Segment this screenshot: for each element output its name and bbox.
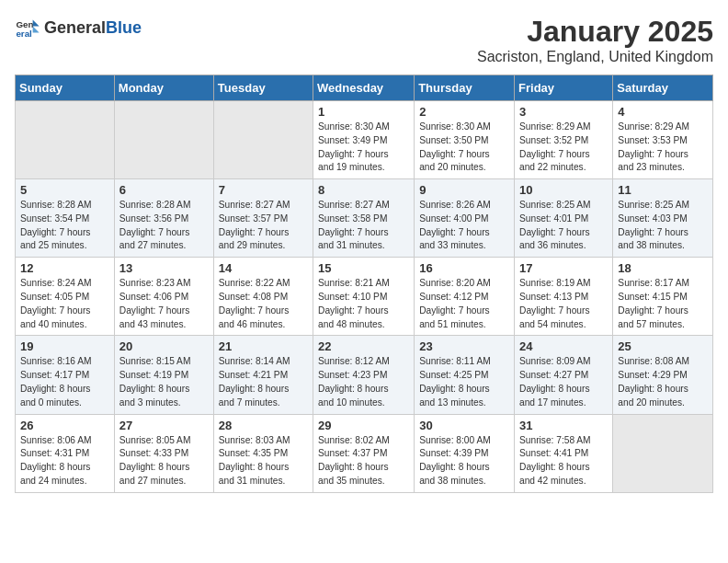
calendar-cell: 21Sunrise: 8:14 AMSunset: 4:21 PMDayligh… — [213, 336, 313, 414]
day-number: 12 — [20, 261, 109, 275]
calendar-cell: 4Sunrise: 8:29 AMSunset: 3:53 PMDaylight… — [613, 101, 713, 179]
calendar-cell: 5Sunrise: 8:28 AMSunset: 3:54 PMDaylight… — [16, 179, 115, 258]
cell-info: Sunrise: 8:02 AMSunset: 4:37 PMDaylight:… — [318, 434, 409, 488]
logo-icon: Gen eral — [15, 15, 40, 40]
calendar-cell: 26Sunrise: 8:06 AMSunset: 4:31 PMDayligh… — [16, 414, 115, 492]
cell-info: Sunrise: 8:28 AMSunset: 3:56 PMDaylight:… — [119, 199, 209, 253]
cell-info: Sunrise: 8:05 AMSunset: 4:33 PMDaylight:… — [119, 434, 209, 488]
cell-info: Sunrise: 8:25 AMSunset: 4:01 PMDaylight:… — [519, 199, 608, 253]
calendar-cell: 2Sunrise: 8:30 AMSunset: 3:50 PMDaylight… — [415, 101, 515, 179]
day-number: 9 — [419, 183, 509, 197]
calendar-cell: 16Sunrise: 8:20 AMSunset: 4:12 PMDayligh… — [415, 258, 515, 336]
calendar-cell — [213, 101, 313, 179]
calendar-cell: 20Sunrise: 8:15 AMSunset: 4:19 PMDayligh… — [114, 336, 213, 414]
calendar-cell: 31Sunrise: 7:58 AMSunset: 4:41 PMDayligh… — [515, 414, 613, 492]
calendar-cell: 8Sunrise: 8:27 AMSunset: 3:58 PMDaylight… — [313, 179, 415, 258]
day-number: 19 — [20, 339, 109, 353]
day-number: 14 — [219, 261, 308, 275]
weekday-header-sunday: Sunday — [16, 75, 115, 101]
logo-blue: Blue — [106, 18, 142, 38]
calendar-cell: 27Sunrise: 8:05 AMSunset: 4:33 PMDayligh… — [114, 414, 213, 492]
cell-info: Sunrise: 8:00 AMSunset: 4:39 PMDaylight:… — [419, 434, 509, 488]
cell-info: Sunrise: 8:06 AMSunset: 4:31 PMDaylight:… — [20, 434, 109, 488]
calendar-cell: 9Sunrise: 8:26 AMSunset: 4:00 PMDaylight… — [415, 179, 515, 258]
calendar-cell: 24Sunrise: 8:09 AMSunset: 4:27 PMDayligh… — [515, 336, 613, 414]
calendar-cell: 30Sunrise: 8:00 AMSunset: 4:39 PMDayligh… — [415, 414, 515, 492]
calendar-cell: 15Sunrise: 8:21 AMSunset: 4:10 PMDayligh… — [313, 258, 415, 336]
day-number: 7 — [219, 183, 308, 197]
cell-info: Sunrise: 8:27 AMSunset: 3:57 PMDaylight:… — [219, 199, 308, 253]
cell-info: Sunrise: 8:21 AMSunset: 4:10 PMDaylight:… — [318, 277, 409, 331]
day-number: 15 — [318, 261, 409, 275]
day-number: 26 — [20, 419, 109, 432]
cell-info: Sunrise: 8:29 AMSunset: 3:52 PMDaylight:… — [519, 121, 608, 175]
day-number: 21 — [219, 339, 308, 353]
cell-info: Sunrise: 8:30 AMSunset: 3:49 PMDaylight:… — [318, 121, 409, 175]
weekday-header-thursday: Thursday — [415, 75, 515, 101]
cell-info: Sunrise: 8:08 AMSunset: 4:29 PMDaylight:… — [618, 355, 708, 409]
calendar-cell: 14Sunrise: 8:22 AMSunset: 4:08 PMDayligh… — [213, 258, 313, 336]
cell-info: Sunrise: 8:03 AMSunset: 4:35 PMDaylight:… — [219, 434, 308, 488]
calendar-cell — [613, 414, 713, 492]
day-number: 16 — [419, 261, 509, 275]
weekday-header-tuesday: Tuesday — [213, 75, 313, 101]
day-number: 30 — [419, 419, 509, 432]
cell-info: Sunrise: 8:12 AMSunset: 4:23 PMDaylight:… — [318, 355, 409, 409]
cell-info: Sunrise: 8:20 AMSunset: 4:12 PMDaylight:… — [419, 277, 509, 331]
day-number: 10 — [519, 183, 608, 197]
cell-info: Sunrise: 8:27 AMSunset: 3:58 PMDaylight:… — [318, 199, 409, 253]
weekday-header-friday: Friday — [515, 75, 613, 101]
day-number: 13 — [119, 261, 209, 275]
calendar-cell: 6Sunrise: 8:28 AMSunset: 3:56 PMDaylight… — [114, 179, 213, 258]
cell-info: Sunrise: 8:23 AMSunset: 4:06 PMDaylight:… — [119, 277, 209, 331]
cell-info: Sunrise: 8:24 AMSunset: 4:05 PMDaylight:… — [20, 277, 109, 331]
day-number: 29 — [318, 419, 409, 432]
cell-info: Sunrise: 7:58 AMSunset: 4:41 PMDaylight:… — [519, 434, 608, 488]
calendar-cell: 17Sunrise: 8:19 AMSunset: 4:13 PMDayligh… — [515, 258, 613, 336]
day-number: 2 — [419, 105, 509, 119]
calendar-cell: 12Sunrise: 8:24 AMSunset: 4:05 PMDayligh… — [16, 258, 115, 336]
day-number: 8 — [318, 183, 409, 197]
location-subtitle: Sacriston, England, United Kingdom — [477, 49, 713, 65]
calendar-cell: 25Sunrise: 8:08 AMSunset: 4:29 PMDayligh… — [613, 336, 713, 414]
logo: Gen eral GeneralBlue — [15, 15, 142, 40]
cell-info: Sunrise: 8:28 AMSunset: 3:54 PMDaylight:… — [20, 199, 109, 253]
calendar-cell: 10Sunrise: 8:25 AMSunset: 4:01 PMDayligh… — [515, 179, 613, 258]
svg-text:eral: eral — [16, 29, 32, 39]
day-number: 3 — [519, 105, 608, 119]
day-number: 27 — [119, 419, 209, 432]
calendar-cell — [16, 101, 115, 179]
calendar-cell: 19Sunrise: 8:16 AMSunset: 4:17 PMDayligh… — [16, 336, 115, 414]
calendar-cell: 1Sunrise: 8:30 AMSunset: 3:49 PMDaylight… — [313, 101, 415, 179]
logo-general: General — [44, 18, 106, 38]
cell-info: Sunrise: 8:17 AMSunset: 4:15 PMDaylight:… — [618, 277, 708, 331]
day-number: 24 — [519, 339, 608, 353]
cell-info: Sunrise: 8:15 AMSunset: 4:19 PMDaylight:… — [119, 355, 209, 409]
calendar-cell: 28Sunrise: 8:03 AMSunset: 4:35 PMDayligh… — [213, 414, 313, 492]
day-number: 18 — [618, 261, 708, 275]
cell-info: Sunrise: 8:09 AMSunset: 4:27 PMDaylight:… — [519, 355, 608, 409]
calendar-cell: 11Sunrise: 8:25 AMSunset: 4:03 PMDayligh… — [613, 179, 713, 258]
day-number: 25 — [618, 339, 708, 353]
day-number: 22 — [318, 339, 409, 353]
cell-info: Sunrise: 8:26 AMSunset: 4:00 PMDaylight:… — [419, 199, 509, 253]
cell-info: Sunrise: 8:25 AMSunset: 4:03 PMDaylight:… — [618, 199, 708, 253]
cell-info: Sunrise: 8:11 AMSunset: 4:25 PMDaylight:… — [419, 355, 509, 409]
cell-info: Sunrise: 8:30 AMSunset: 3:50 PMDaylight:… — [419, 121, 509, 175]
day-number: 17 — [519, 261, 608, 275]
day-number: 5 — [20, 183, 109, 197]
weekday-header-monday: Monday — [114, 75, 213, 101]
calendar-cell: 23Sunrise: 8:11 AMSunset: 4:25 PMDayligh… — [415, 336, 515, 414]
calendar-cell: 13Sunrise: 8:23 AMSunset: 4:06 PMDayligh… — [114, 258, 213, 336]
day-number: 20 — [119, 339, 209, 353]
day-number: 31 — [519, 419, 608, 432]
cell-info: Sunrise: 8:22 AMSunset: 4:08 PMDaylight:… — [219, 277, 308, 331]
calendar-table: SundayMondayTuesdayWednesdayThursdayFrid… — [15, 75, 713, 493]
month-title: January 2025 — [477, 15, 713, 49]
day-number: 11 — [618, 183, 708, 197]
weekday-header-saturday: Saturday — [613, 75, 713, 101]
calendar-cell: 18Sunrise: 8:17 AMSunset: 4:15 PMDayligh… — [613, 258, 713, 336]
day-number: 1 — [318, 105, 409, 119]
calendar-cell — [114, 101, 213, 179]
svg-marker-2 — [33, 20, 40, 27]
